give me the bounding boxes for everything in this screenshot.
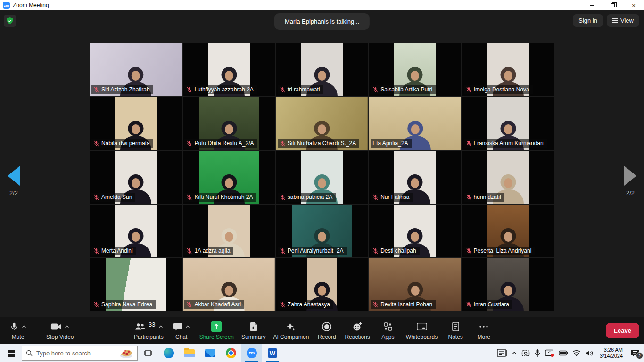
chat-label: Chat (175, 334, 187, 340)
news-interests-icon[interactable] (497, 349, 507, 357)
taskbar-edge[interactable] (158, 344, 179, 362)
muted-mic-icon (372, 194, 379, 200)
minimize-button[interactable] (582, 0, 603, 10)
participant-name-label: Eta Aprilia_2A (371, 139, 411, 148)
participant-name-label: Siti Azizah Zhafirah (91, 85, 153, 94)
participant-tile[interactable]: Imelga Destiana Nova (462, 43, 554, 96)
participant-tile[interactable]: Peserta_Liza Andriyani (462, 205, 554, 257)
taskbar-file-explorer[interactable] (179, 344, 200, 362)
share-screen-icon (211, 321, 222, 332)
participant-tile[interactable]: Siti Nurhaliza Chardi S._2A (276, 97, 368, 150)
participant-tile[interactable]: Merta Andini (90, 205, 182, 257)
apps-button[interactable]: Apps (375, 318, 401, 343)
next-page-arrow[interactable] (624, 166, 636, 186)
participants-chevron-icon[interactable] (158, 325, 163, 329)
participant-tile[interactable]: Putu Dhita Restu A_2/A (183, 97, 274, 150)
taskbar-zoom[interactable]: zm (241, 344, 262, 362)
close-button[interactable]: × (623, 0, 644, 10)
participant-tile[interactable]: hurin dzatil (462, 151, 554, 204)
clock-time: 3:26 AM (600, 347, 623, 353)
task-view-button[interactable] (138, 344, 158, 362)
start-button[interactable] (0, 344, 22, 362)
whiteboards-button[interactable]: Whiteboards (403, 318, 440, 343)
stop-video-button[interactable]: Stop Video (43, 318, 77, 343)
participant-tile[interactable]: Salsabila Artika Putri (369, 43, 461, 96)
participant-name-label: Peni Auralynurbait_2A (278, 247, 347, 255)
participant-tile[interactable]: tri rahmawati (276, 43, 368, 96)
participant-name-label: Fransiska Arum Kurniandari (464, 139, 547, 148)
participant-name-label: Merta Andini (91, 247, 136, 255)
participant-name-label: 1A adzra aqila (184, 247, 233, 255)
participant-tile[interactable]: Kifti Nurul Khotimah 2A (183, 151, 274, 204)
notes-button[interactable]: Notes (442, 318, 469, 343)
taskbar-clock[interactable]: 3:26 AM 3/14/2024 (598, 347, 625, 359)
previous-page-arrow[interactable] (8, 166, 20, 186)
tray-microphone-icon[interactable] (534, 349, 541, 357)
participant-tile[interactable]: Nabila dwi permata (90, 97, 182, 150)
participants-icon (134, 322, 146, 331)
summary-button[interactable]: Summary (239, 318, 268, 343)
participant-tile[interactable]: 1A adzra aqila (183, 205, 274, 257)
windows-logo-icon (8, 350, 15, 357)
taskbar-mail[interactable] (200, 344, 221, 362)
participant-tile[interactable]: Zahra Anastasya (276, 258, 368, 311)
sign-in-button[interactable]: Sign in (573, 14, 603, 27)
mute-button[interactable]: Mute (5, 318, 31, 343)
reactions-button[interactable]: Reactions (342, 318, 372, 343)
muted-mic-icon (466, 302, 472, 308)
more-button[interactable]: More (471, 318, 497, 343)
taskbar-chrome[interactable] (221, 344, 241, 362)
taskbar-search[interactable]: Type here to search (22, 346, 138, 361)
chat-button[interactable]: Chat (168, 318, 195, 343)
leave-button[interactable]: Leave (606, 323, 639, 338)
volume-icon[interactable] (585, 350, 594, 357)
muted-mic-icon (186, 194, 192, 200)
participant-name-label: Intan Gustiara (464, 300, 512, 309)
security-shield-icon[interactable] (4, 15, 16, 27)
participant-tile[interactable]: Nur Falinsa (369, 151, 461, 204)
participant-tile[interactable]: Peni Auralynurbait_2A (276, 205, 368, 257)
participant-tile[interactable]: Luthfiyyah azzahrah 2A (183, 43, 274, 96)
muted-mic-icon (186, 87, 192, 93)
tray-camera-icon[interactable] (521, 349, 530, 357)
stop-video-chevron-icon[interactable] (65, 325, 69, 329)
restore-button[interactable] (603, 0, 623, 10)
participant-tile[interactable]: Intan Gustiara (462, 258, 554, 311)
search-highlight-pie-image[interactable] (119, 347, 133, 359)
edge-icon (164, 348, 174, 358)
muted-mic-icon (466, 87, 472, 93)
muted-mic-icon (93, 194, 99, 200)
mute-chevron-icon[interactable] (22, 325, 26, 329)
muted-mic-icon (372, 302, 379, 308)
battery-icon[interactable] (559, 350, 568, 356)
participant-tile[interactable]: Fransiska Arum Kurniandari (462, 97, 554, 150)
participant-tile[interactable]: Siti Azizah Zhafirah (90, 43, 182, 96)
participant-tile[interactable]: Saphira Nava Edrea (90, 258, 182, 311)
participant-tile[interactable]: Amelda Sari (90, 151, 182, 204)
view-button[interactable]: View (607, 14, 639, 27)
share-screen-button[interactable]: Share Screen (197, 318, 237, 343)
tray-screen-share-recording-icon[interactable] (545, 349, 554, 357)
summary-icon (249, 321, 258, 332)
participant-name-label: Kifti Nurul Khotimah 2A (184, 193, 256, 202)
ai-companion-button[interactable]: AI Companion (270, 318, 312, 343)
show-hidden-icons-chevron[interactable] (512, 351, 517, 355)
zoom-app-icon: zm (3, 2, 10, 9)
muted-mic-icon (93, 140, 99, 147)
participant-tile[interactable]: Desti chalipah (369, 205, 461, 257)
word-icon: W (268, 348, 277, 358)
participant-tile[interactable]: Eta Aprilia_2A (369, 97, 461, 150)
muted-mic-icon (186, 140, 192, 147)
participant-tile[interactable]: sabina patricia 2A (276, 151, 368, 204)
chat-bubble-icon (173, 322, 182, 331)
chat-chevron-icon[interactable] (185, 325, 190, 329)
notification-count-badge: 2 (636, 352, 643, 359)
record-button[interactable]: Record (314, 318, 340, 343)
participant-name-label: Imelga Destiana Nova (464, 85, 533, 94)
taskbar-word[interactable]: W (262, 344, 283, 362)
participant-tile[interactable]: Revita Isnaini Pohan (369, 258, 461, 311)
participant-tile[interactable]: Akbar Khadafi Asri (183, 258, 274, 311)
wifi-icon[interactable] (572, 350, 581, 356)
participants-button[interactable]: 33 Participants (131, 318, 166, 343)
action-center-button[interactable]: 2 (629, 347, 641, 359)
